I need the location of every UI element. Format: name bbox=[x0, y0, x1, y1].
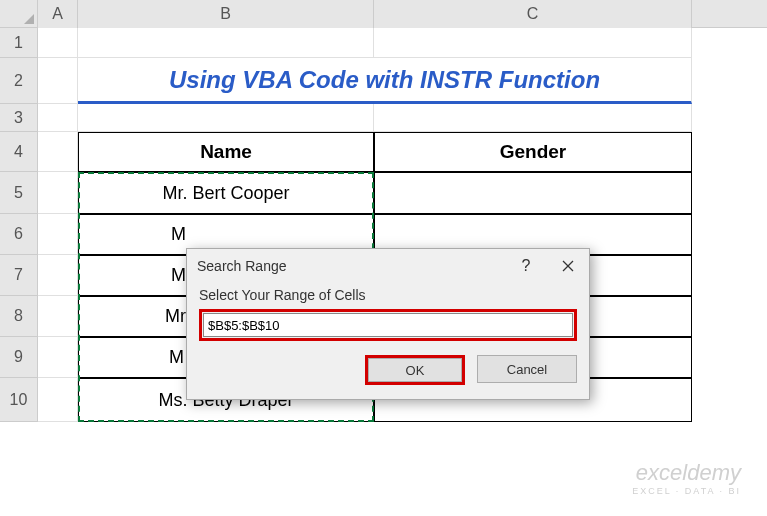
row-header-3[interactable]: 3 bbox=[0, 104, 38, 132]
watermark-sub: EXCEL · DATA · BI bbox=[632, 486, 741, 496]
row-header-5[interactable]: 5 bbox=[0, 172, 38, 214]
cell-A3[interactable] bbox=[38, 104, 78, 132]
cell-A4[interactable] bbox=[38, 132, 78, 172]
page-title[interactable]: Using VBA Code with INSTR Function bbox=[78, 58, 692, 104]
watermark-main: exceldemy bbox=[632, 460, 741, 486]
watermark: exceldemy EXCEL · DATA · BI bbox=[632, 460, 741, 496]
help-icon[interactable]: ? bbox=[505, 249, 547, 283]
cell-A10[interactable] bbox=[38, 378, 78, 422]
row-header-10[interactable]: 10 bbox=[0, 378, 38, 422]
cancel-button[interactable]: Cancel bbox=[477, 355, 577, 383]
dialog-prompt: Select Your Range of Cells bbox=[199, 287, 577, 303]
cell-C3[interactable] bbox=[374, 104, 692, 132]
cell-B3[interactable] bbox=[78, 104, 374, 132]
cell-A5[interactable] bbox=[38, 172, 78, 214]
select-all-corner[interactable] bbox=[0, 0, 38, 28]
cell-A7[interactable] bbox=[38, 255, 78, 296]
col-header-A[interactable]: A bbox=[38, 0, 78, 28]
column-headers: A B C bbox=[0, 0, 767, 28]
dialog-titlebar[interactable]: Search Range ? bbox=[187, 249, 589, 283]
col-header-B[interactable]: B bbox=[78, 0, 374, 28]
cell-C1[interactable] bbox=[374, 28, 692, 58]
row-header-1[interactable]: 1 bbox=[0, 28, 38, 58]
table-header-name[interactable]: Name bbox=[78, 132, 374, 172]
row-header-7[interactable]: 7 bbox=[0, 255, 38, 296]
row-header-6[interactable]: 6 bbox=[0, 214, 38, 255]
col-header-C[interactable]: C bbox=[374, 0, 692, 28]
dialog-input-highlight bbox=[199, 309, 577, 341]
spreadsheet-grid: A B C 1 2 3 4 5 6 7 8 9 10 Using VBA Cod… bbox=[0, 0, 767, 516]
cell-B1[interactable] bbox=[78, 28, 374, 58]
ok-button[interactable]: OK bbox=[368, 358, 462, 382]
cell-A9[interactable] bbox=[38, 337, 78, 378]
cell-A6[interactable] bbox=[38, 214, 78, 255]
range-input[interactable] bbox=[203, 313, 573, 337]
table-row[interactable]: Mr. Bert Cooper bbox=[78, 172, 374, 214]
row-header-2[interactable]: 2 bbox=[0, 58, 38, 104]
ok-button-highlight: OK bbox=[365, 355, 465, 385]
row-header-9[interactable]: 9 bbox=[0, 337, 38, 378]
row-headers: 1 2 3 4 5 6 7 8 9 10 bbox=[0, 28, 38, 422]
dialog-title: Search Range bbox=[197, 258, 505, 274]
table-header-gender[interactable]: Gender bbox=[374, 132, 692, 172]
cell-A8[interactable] bbox=[38, 296, 78, 337]
table-row[interactable] bbox=[374, 172, 692, 214]
close-icon[interactable] bbox=[547, 249, 589, 283]
cell-A1[interactable] bbox=[38, 28, 78, 58]
input-dialog: Search Range ? Select Your Range of Cell… bbox=[186, 248, 590, 400]
row-header-8[interactable]: 8 bbox=[0, 296, 38, 337]
cell-A2[interactable] bbox=[38, 58, 78, 104]
row-header-4[interactable]: 4 bbox=[0, 132, 38, 172]
